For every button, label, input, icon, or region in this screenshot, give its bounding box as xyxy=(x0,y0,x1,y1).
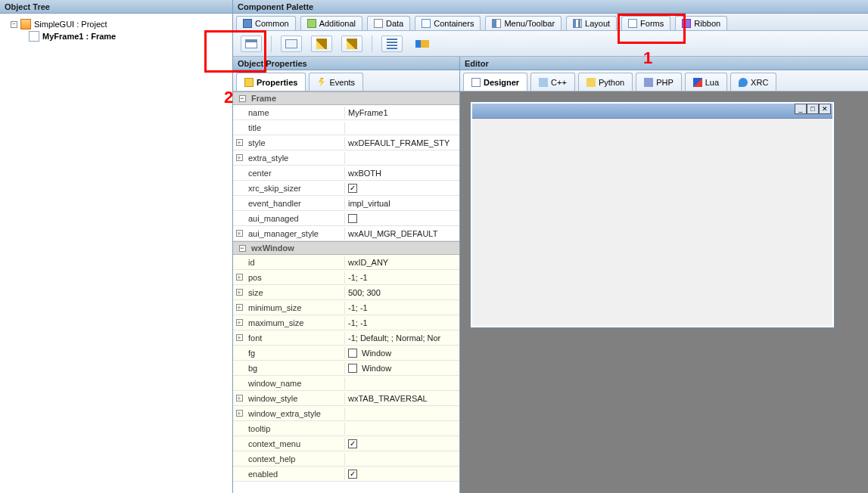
close-icon[interactable]: ✕ xyxy=(819,104,831,114)
minimize-icon[interactable]: _ xyxy=(795,104,807,114)
dialog-tool-icon xyxy=(285,39,297,48)
prop-window-name[interactable]: window_name xyxy=(233,376,459,391)
designer-icon xyxy=(471,78,481,87)
tool-dialog-button[interactable] xyxy=(281,36,302,52)
tab-layout[interactable]: Layout xyxy=(566,16,617,30)
prop-context-menu[interactable]: context_menu xyxy=(233,436,459,451)
maximize-icon[interactable]: □ xyxy=(807,104,819,114)
context-menu-checkbox[interactable] xyxy=(348,439,357,448)
wand-icon xyxy=(316,39,327,49)
section-wxwindow-label: wxWindow xyxy=(251,243,294,253)
editor-tabs: Designer C++ Python PHP Lua XRC xyxy=(460,70,868,91)
tab-data[interactable]: Data xyxy=(367,16,410,30)
additional-icon xyxy=(307,19,316,28)
tab-xrc[interactable]: XRC xyxy=(730,73,776,91)
tab-php-label: PHP xyxy=(656,78,674,87)
tool-mix-button[interactable] xyxy=(412,36,433,52)
tab-cpp-label: C++ xyxy=(551,78,567,87)
tool-frame-button[interactable] xyxy=(241,36,262,52)
menu-icon xyxy=(492,19,501,28)
tree-root-row[interactable]: − SimpleGUI : Project xyxy=(3,18,229,30)
tab-menutoolbar[interactable]: Menu/Toolbar xyxy=(485,16,562,30)
tool-wand1-button[interactable] xyxy=(311,36,332,52)
prop-enabled[interactable]: enabled xyxy=(233,467,459,482)
xrc-skip-sizer-checkbox[interactable] xyxy=(348,184,357,193)
tab-cpp[interactable]: C++ xyxy=(530,73,575,91)
toolbar-separator xyxy=(271,36,272,52)
php-icon xyxy=(644,78,653,87)
prop-window-style[interactable]: +window_stylewxTAB_TRAVERSAL xyxy=(233,391,459,406)
prop-extra-style[interactable]: +extra_style xyxy=(233,150,459,166)
prop-aui-managed[interactable]: aui_managed xyxy=(233,211,459,226)
tree-expand-icon[interactable]: − xyxy=(11,21,17,28)
palette-tabs: Common Additional Data Containers Menu/T… xyxy=(233,14,868,31)
object-tree-header: Object Tree xyxy=(0,0,232,14)
prop-maximum-size[interactable]: +maximum_size-1; -1 xyxy=(233,315,459,330)
tab-lua-label: Lua xyxy=(705,78,719,87)
prop-minimum-size[interactable]: +minimum_size-1; -1 xyxy=(233,300,459,315)
tab-forms-label: Forms xyxy=(640,19,664,28)
prop-event-handler[interactable]: event_handlerimpl_virtual xyxy=(233,196,459,211)
tab-xrc-label: XRC xyxy=(751,78,768,87)
lua-icon xyxy=(693,78,702,87)
section-frame[interactable]: −Frame xyxy=(233,91,459,105)
aui-managed-checkbox[interactable] xyxy=(348,214,357,223)
tab-additional[interactable]: Additional xyxy=(300,16,362,30)
prop-aui-manager-style[interactable]: +aui_manager_stylewxAUI_MGR_DEFAULT xyxy=(233,226,459,241)
tab-ribbon-label: Ribbon xyxy=(694,19,720,28)
tool-wand2-button[interactable] xyxy=(341,36,362,52)
tab-designer[interactable]: Designer xyxy=(463,73,527,91)
prop-fg[interactable]: fgWindow xyxy=(233,346,459,361)
prop-style[interactable]: +stylewxDEFAULT_FRAME_STY xyxy=(233,135,459,150)
properties-icon xyxy=(244,78,254,87)
tab-events[interactable]: Events xyxy=(309,73,363,91)
tab-lua[interactable]: Lua xyxy=(685,73,727,91)
prop-font[interactable]: +font-1; Default; ; Normal; Nor xyxy=(233,330,459,346)
section-frame-label: Frame xyxy=(251,94,276,103)
tab-ribbon[interactable]: Ribbon xyxy=(675,16,727,30)
tab-common[interactable]: Common xyxy=(236,16,296,30)
tree-child-label: MyFrame1 : Frame xyxy=(42,32,116,41)
prop-center[interactable]: centerwxBOTH xyxy=(233,166,459,181)
tab-forms[interactable]: Forms xyxy=(621,16,670,30)
tab-layout-label: Layout xyxy=(585,19,610,28)
frame-tool-icon xyxy=(245,39,257,48)
object-tree[interactable]: − SimpleGUI : Project MyFrame1 : Frame xyxy=(0,14,232,493)
prop-size[interactable]: +size500; 300 xyxy=(233,285,459,300)
fg-checkbox[interactable] xyxy=(348,349,357,358)
data-icon xyxy=(374,19,383,28)
prop-name[interactable]: nameMyFrame1 xyxy=(233,105,459,120)
designer-canvas[interactable]: _ □ ✕ xyxy=(460,91,868,493)
design-frame[interactable]: _ □ ✕ xyxy=(471,102,834,327)
enabled-checkbox[interactable] xyxy=(348,470,357,479)
wand2-icon xyxy=(347,39,357,49)
tab-php[interactable]: PHP xyxy=(636,73,682,91)
prop-id[interactable]: idwxID_ANY xyxy=(233,255,459,270)
annotation-label-2: 2 xyxy=(224,88,233,107)
tree-child-row[interactable]: MyFrame1 : Frame xyxy=(3,30,229,42)
prop-window-extra-style[interactable]: +window_extra_style xyxy=(233,406,459,421)
prop-pos[interactable]: +pos-1; -1 xyxy=(233,270,459,285)
tab-python[interactable]: Python xyxy=(578,73,633,91)
prop-xrc-skip-sizer[interactable]: xrc_skip_sizer xyxy=(233,181,459,196)
prop-context-help[interactable]: context_help xyxy=(233,451,459,467)
tab-containers[interactable]: Containers xyxy=(415,16,481,30)
tool-grid-button[interactable] xyxy=(381,36,403,52)
prop-tooltip[interactable]: tooltip xyxy=(233,421,459,436)
tab-python-label: Python xyxy=(599,78,624,87)
annotation-label-1: 1 xyxy=(643,48,652,68)
editor-header: Editor xyxy=(460,57,868,70)
project-icon xyxy=(20,19,31,29)
section-wxwindow[interactable]: −wxWindow xyxy=(233,241,459,255)
bg-checkbox[interactable] xyxy=(348,364,357,373)
properties-tabs: Properties Events xyxy=(233,70,459,91)
prop-title[interactable]: title xyxy=(233,120,459,135)
containers-icon xyxy=(422,19,431,28)
ribbon-icon xyxy=(682,19,691,28)
design-titlebar[interactable] xyxy=(472,104,832,119)
property-grid[interactable]: −Frame nameMyFrame1 title +stylewxDEFAUL… xyxy=(233,91,459,493)
prop-bg[interactable]: bgWindow xyxy=(233,361,459,376)
cpp-icon xyxy=(539,78,548,87)
tab-additional-label: Additional xyxy=(319,19,356,28)
tab-properties[interactable]: Properties xyxy=(236,73,306,91)
